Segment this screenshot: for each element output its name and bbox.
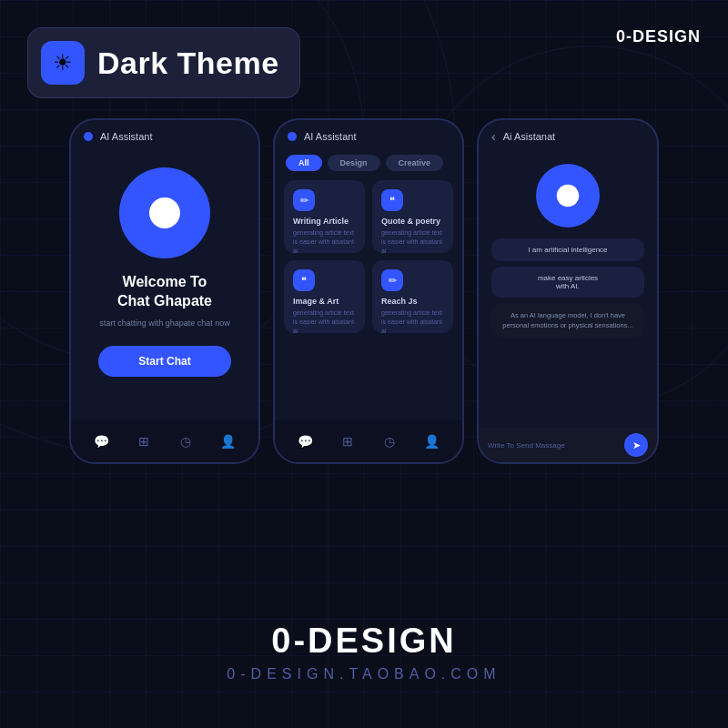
phone-welcome: AI Assistant Welcome To Chat Ghapate sta… — [69, 118, 260, 464]
phone1-ai-logo — [119, 167, 210, 258]
nav2-clock-icon[interactable]: ◷ — [379, 431, 399, 451]
nav-grid-icon[interactable]: ⊞ — [134, 431, 154, 451]
card-image: ❝ Image & Art generating article text is… — [284, 260, 365, 333]
tab-creative[interactable]: Creative — [386, 155, 444, 171]
bottom-brand-main: 0-DESIGN — [0, 622, 728, 661]
nav-chat-icon[interactable]: 💬 — [91, 431, 111, 451]
phone1-subtitle: start chatting with ghapate chat now — [71, 318, 258, 328]
phone2-title: AI Assistant — [304, 131, 356, 142]
writing-icon: ✏ — [293, 189, 315, 211]
card-writing-title: Writing Article — [293, 217, 356, 226]
badge-sun-icon: ☀ — [41, 41, 85, 85]
phone3-avatar-area — [479, 164, 657, 228]
openai-icon-sm — [551, 179, 584, 212]
chat-msg-2: make easy articleswith AI. — [491, 267, 644, 298]
chat-msg-1: I am artificial intelligence — [491, 238, 644, 261]
phone2-nav: 💬 ⊞ ◷ 👤 — [275, 420, 462, 462]
openai-icon — [142, 190, 187, 236]
dark-theme-badge: ☀ Dark Theme — [27, 27, 300, 98]
quote-icon: ❝ — [381, 189, 403, 211]
phone1-nav: 💬 ⊞ ◷ 👤 — [71, 420, 258, 462]
card-quote-desc: generating article text is easier with a… — [381, 228, 444, 255]
phone1-dot — [84, 132, 93, 141]
back-arrow-icon[interactable]: ‹ — [491, 129, 496, 144]
image-icon: ❝ — [293, 269, 315, 291]
card-reach-title: Reach Js — [381, 297, 444, 306]
nav2-chat-icon[interactable]: 💬 — [295, 431, 315, 451]
phone1-title: AI Assistant — [100, 131, 152, 142]
reach-icon: ✏ — [381, 269, 403, 291]
phone2-header: AI Assistant — [275, 120, 462, 149]
message-input[interactable]: Write To Send Massage — [488, 441, 617, 450]
card-quote-title: Quote & poetry — [381, 217, 444, 226]
card-writing: ✏ Writing Article generating article tex… — [284, 180, 365, 253]
nav2-profile-icon[interactable]: 👤 — [422, 431, 442, 451]
start-chat-button[interactable]: Start Chat — [98, 346, 231, 377]
phones-area: AI Assistant Welcome To Chat Ghapate sta… — [27, 118, 701, 464]
tab-all[interactable]: All — [286, 155, 322, 171]
card-writing-desc: generating article text is easier with a… — [293, 228, 356, 255]
page: ☀ Dark Theme 0-DESIGN AI Assistant Welco… — [0, 0, 728, 728]
card-image-title: Image & Art — [293, 297, 356, 306]
phone-categories: AI Assistant All Design Creative ✏ Writi… — [273, 118, 464, 464]
card-image-desc: generating article text is easier with a… — [293, 308, 356, 335]
phone3-input-bar: Write To Send Massage ➤ — [479, 428, 657, 462]
send-button[interactable]: ➤ — [624, 433, 648, 457]
phone3-title: Ai Asistanat — [503, 131, 555, 142]
phone1-welcome: Welcome To Chat Ghapate — [71, 273, 258, 311]
bottom-brand: 0-DESIGN 0-DESIGN.TAOBAO.COM — [0, 622, 728, 682]
phone2-tabs: All Design Creative — [275, 149, 462, 180]
nav2-grid-icon[interactable]: ⊞ — [338, 431, 358, 451]
phone2-dot — [288, 132, 297, 141]
card-quote: ❝ Quote & poetry generating article text… — [372, 180, 453, 253]
phone1-logo-area — [71, 167, 258, 258]
badge-label: Dark Theme — [97, 46, 279, 81]
phone2-cards-grid: ✏ Writing Article generating article tex… — [275, 180, 462, 333]
phone3-ai-avatar — [536, 164, 600, 228]
phone1-header: AI Assistant — [71, 120, 258, 149]
card-reach: ✏ Reach Js generating article text is ea… — [372, 260, 453, 333]
nav-profile-icon[interactable]: 👤 — [218, 431, 238, 451]
chat-msg-3: As an AI language model, I don't have pe… — [491, 303, 644, 339]
phone3-header: ‹ Ai Asistanat — [479, 120, 657, 151]
bottom-brand-sub: 0-DESIGN.TAOBAO.COM — [0, 666, 728, 682]
phone-chat: ‹ Ai Asistanat I am artificial intellige… — [477, 118, 659, 464]
card-reach-desc: generating article text is easier with a… — [381, 308, 444, 335]
brand-top-label: 0-DESIGN — [616, 27, 701, 46]
tab-design[interactable]: Design — [328, 155, 380, 171]
nav-clock-icon[interactable]: ◷ — [176, 431, 196, 451]
